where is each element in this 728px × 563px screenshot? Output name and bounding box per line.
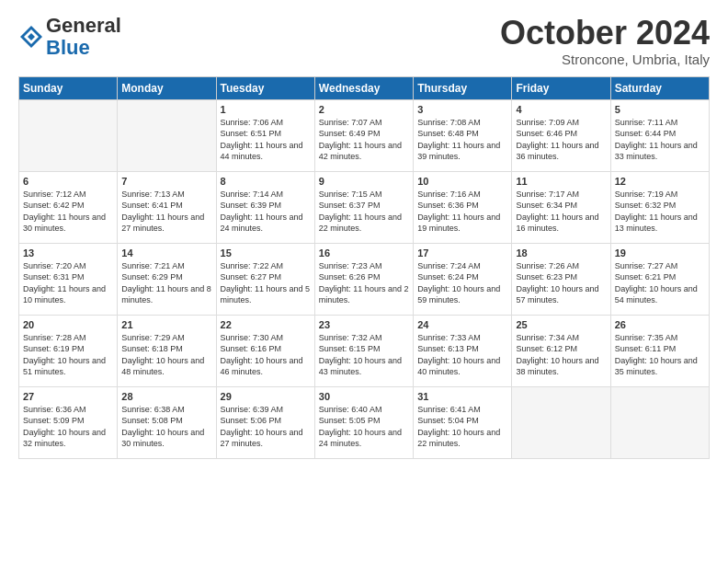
day-info: Sunrise: 7:35 AMSunset: 6:11 PMDaylight:… [615,332,705,378]
day-number: 19 [615,247,705,259]
calendar-week-2: 13Sunrise: 7:20 AMSunset: 6:31 PMDayligh… [19,243,710,315]
logo: General Blue [18,15,121,59]
day-number: 6 [23,176,113,187]
day-number: 13 [23,247,113,259]
day-number: 25 [516,319,606,330]
logo-blue-text: Blue [46,36,90,59]
page-header: General Blue October 2024 Stroncone, Umb… [18,15,710,67]
day-info: Sunrise: 6:38 AMSunset: 5:08 PMDaylight:… [121,404,211,450]
location-subtitle: Stroncone, Umbria, Italy [500,52,710,67]
day-number: 24 [417,319,507,330]
calendar-cell: 10Sunrise: 7:16 AMSunset: 6:36 PMDayligh… [414,171,512,243]
calendar-cell: 14Sunrise: 7:21 AMSunset: 6:29 PMDayligh… [118,243,216,315]
day-number: 29 [221,391,311,402]
calendar-cell: 5Sunrise: 7:11 AMSunset: 6:44 PMDaylight… [610,99,709,171]
day-number: 22 [221,319,311,330]
header-thursday: Thursday [414,76,512,99]
calendar-cell [512,386,610,458]
day-number: 5 [615,104,705,115]
day-number: 21 [121,319,211,330]
header-wednesday: Wednesday [314,76,413,99]
day-info: Sunrise: 7:14 AMSunset: 6:39 PMDaylight:… [221,189,311,235]
header-friday: Friday [512,76,610,99]
logo-general-text: General [46,14,121,37]
day-info: Sunrise: 7:26 AMSunset: 6:23 PMDaylight:… [516,260,606,306]
calendar-table: SundayMondayTuesdayWednesdayThursdayFrid… [18,76,710,459]
day-info: Sunrise: 7:13 AMSunset: 6:41 PMDaylight:… [121,189,211,235]
day-info: Sunrise: 7:08 AMSunset: 6:48 PMDaylight:… [417,117,507,163]
day-info: Sunrise: 7:28 AMSunset: 6:19 PMDaylight:… [23,332,113,378]
day-info: Sunrise: 7:15 AMSunset: 6:37 PMDaylight:… [319,189,409,235]
header-saturday: Saturday [610,76,709,99]
calendar-cell: 27Sunrise: 6:36 AMSunset: 5:09 PMDayligh… [19,386,118,458]
calendar-cell: 6Sunrise: 7:12 AMSunset: 6:42 PMDaylight… [19,171,118,243]
day-number: 9 [319,176,409,187]
day-number: 27 [23,391,113,402]
day-info: Sunrise: 6:39 AMSunset: 5:06 PMDaylight:… [221,404,311,450]
day-number: 3 [417,104,507,115]
day-info: Sunrise: 7:07 AMSunset: 6:49 PMDaylight:… [319,117,409,163]
day-info: Sunrise: 7:22 AMSunset: 6:27 PMDaylight:… [221,260,311,306]
day-number: 12 [615,176,705,187]
day-number: 14 [121,247,211,259]
day-number: 4 [516,104,606,115]
calendar-cell: 13Sunrise: 7:20 AMSunset: 6:31 PMDayligh… [19,243,118,315]
calendar-cell: 2Sunrise: 7:07 AMSunset: 6:49 PMDaylight… [314,99,413,171]
calendar-cell: 9Sunrise: 7:15 AMSunset: 6:37 PMDaylight… [314,171,413,243]
day-number: 10 [417,176,507,187]
calendar-cell: 24Sunrise: 7:33 AMSunset: 6:13 PMDayligh… [414,315,512,386]
calendar-cell: 17Sunrise: 7:24 AMSunset: 6:24 PMDayligh… [414,243,512,315]
day-info: Sunrise: 6:40 AMSunset: 5:05 PMDaylight:… [319,404,409,450]
calendar-week-3: 20Sunrise: 7:28 AMSunset: 6:19 PMDayligh… [19,315,710,386]
calendar-cell: 1Sunrise: 7:06 AMSunset: 6:51 PMDaylight… [216,99,314,171]
day-info: Sunrise: 7:16 AMSunset: 6:36 PMDaylight:… [417,189,507,235]
day-info: Sunrise: 7:34 AMSunset: 6:12 PMDaylight:… [516,332,606,378]
calendar-cell [610,386,709,458]
calendar-cell: 15Sunrise: 7:22 AMSunset: 6:27 PMDayligh… [216,243,314,315]
calendar-header-row: SundayMondayTuesdayWednesdayThursdayFrid… [19,76,710,99]
calendar-cell: 31Sunrise: 6:41 AMSunset: 5:04 PMDayligh… [414,386,512,458]
day-info: Sunrise: 7:09 AMSunset: 6:46 PMDaylight:… [516,117,606,163]
calendar-week-1: 6Sunrise: 7:12 AMSunset: 6:42 PMDaylight… [19,171,710,243]
calendar-week-0: 1Sunrise: 7:06 AMSunset: 6:51 PMDaylight… [19,99,710,171]
day-number: 16 [319,247,409,259]
calendar-cell: 25Sunrise: 7:34 AMSunset: 6:12 PMDayligh… [512,315,610,386]
header-tuesday: Tuesday [216,76,314,99]
day-number: 15 [221,247,311,259]
day-info: Sunrise: 7:27 AMSunset: 6:21 PMDaylight:… [615,260,705,306]
day-info: Sunrise: 7:24 AMSunset: 6:24 PMDaylight:… [417,260,507,306]
day-info: Sunrise: 7:20 AMSunset: 6:31 PMDaylight:… [23,260,113,306]
day-number: 26 [615,319,705,330]
calendar-cell: 19Sunrise: 7:27 AMSunset: 6:21 PMDayligh… [610,243,709,315]
title-block: October 2024 Stroncone, Umbria, Italy [500,15,710,67]
calendar-cell: 16Sunrise: 7:23 AMSunset: 6:26 PMDayligh… [314,243,413,315]
day-info: Sunrise: 7:33 AMSunset: 6:13 PMDaylight:… [417,332,507,378]
calendar-cell: 23Sunrise: 7:32 AMSunset: 6:15 PMDayligh… [314,315,413,386]
day-number: 1 [221,104,311,115]
calendar-cell: 11Sunrise: 7:17 AMSunset: 6:34 PMDayligh… [512,171,610,243]
calendar-cell: 22Sunrise: 7:30 AMSunset: 6:16 PMDayligh… [216,315,314,386]
calendar-cell: 7Sunrise: 7:13 AMSunset: 6:41 PMDaylight… [118,171,216,243]
day-number: 17 [417,247,507,259]
calendar-cell [118,99,216,171]
logo-icon [18,24,44,50]
calendar-cell: 12Sunrise: 7:19 AMSunset: 6:32 PMDayligh… [610,171,709,243]
day-number: 18 [516,247,606,259]
month-title: October 2024 [500,15,710,52]
header-monday: Monday [118,76,216,99]
calendar-cell: 4Sunrise: 7:09 AMSunset: 6:46 PMDaylight… [512,99,610,171]
day-info: Sunrise: 7:32 AMSunset: 6:15 PMDaylight:… [319,332,409,378]
calendar-cell: 28Sunrise: 6:38 AMSunset: 5:08 PMDayligh… [118,386,216,458]
day-number: 28 [121,391,211,402]
calendar-week-4: 27Sunrise: 6:36 AMSunset: 5:09 PMDayligh… [19,386,710,458]
day-info: Sunrise: 7:23 AMSunset: 6:26 PMDaylight:… [319,260,409,306]
day-info: Sunrise: 7:21 AMSunset: 6:29 PMDaylight:… [121,260,211,306]
header-sunday: Sunday [19,76,118,99]
day-info: Sunrise: 7:19 AMSunset: 6:32 PMDaylight:… [615,189,705,235]
day-number: 11 [516,176,606,187]
day-number: 30 [319,391,409,402]
calendar-cell: 8Sunrise: 7:14 AMSunset: 6:39 PMDaylight… [216,171,314,243]
page-container: General Blue October 2024 Stroncone, Umb… [0,0,728,468]
calendar-cell: 29Sunrise: 6:39 AMSunset: 5:06 PMDayligh… [216,386,314,458]
calendar-cell: 26Sunrise: 7:35 AMSunset: 6:11 PMDayligh… [610,315,709,386]
